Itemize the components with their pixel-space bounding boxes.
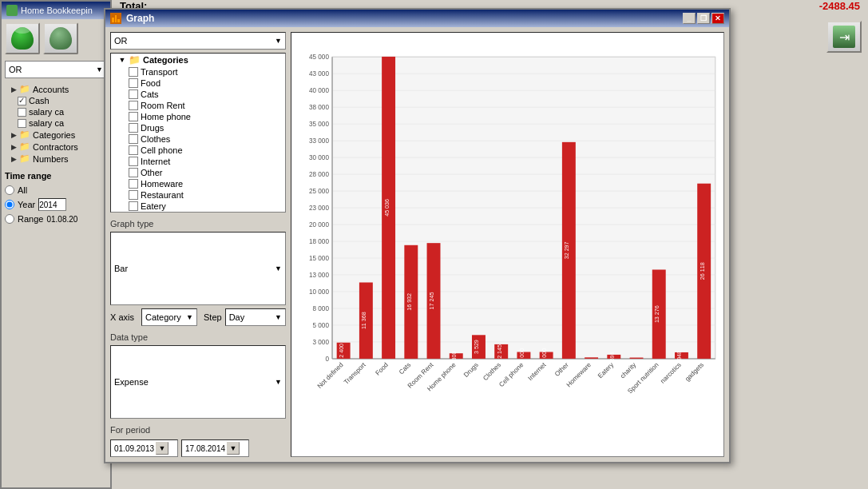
time-range-year[interactable]: Year: [5, 197, 107, 213]
exit-button[interactable]: ⇥: [826, 21, 862, 53]
year-radio[interactable]: [5, 200, 14, 209]
tree-checkbox[interactable]: [129, 112, 138, 121]
svg-text:40 000: 40 000: [309, 87, 329, 94]
svg-text:Drugs: Drugs: [462, 361, 480, 379]
svg-text:26 118: 26 118: [700, 262, 706, 280]
date-to-input[interactable]: 17.08.2014 ▼: [181, 439, 249, 457]
date-from-calendar-btn[interactable]: ▼: [156, 442, 168, 455]
time-range-all[interactable]: All: [5, 184, 107, 197]
range-radio[interactable]: [5, 214, 14, 224]
tree-checkbox[interactable]: [129, 123, 138, 133]
svg-text:800: 800: [451, 352, 458, 361]
add-button[interactable]: [5, 22, 40, 54]
dialog-restore-btn[interactable]: ❐: [697, 13, 710, 24]
tree-item-clothes[interactable]: Clothes: [111, 133, 285, 145]
data-type-dropdown[interactable]: Expense ▼: [110, 345, 286, 419]
svg-text:5 000: 5 000: [313, 322, 330, 329]
all-radio[interactable]: [5, 185, 14, 195]
svg-text:Internet: Internet: [527, 361, 548, 382]
svg-text:13 000: 13 000: [309, 272, 329, 279]
tree-checkbox[interactable]: [129, 179, 138, 189]
tree-item-transport[interactable]: Transport: [111, 66, 285, 78]
tree-numbers[interactable]: ▶ 📁 Numbers: [5, 153, 107, 165]
graph-type-dropdown[interactable]: Bar ▼: [110, 232, 286, 305]
tree-checkbox[interactable]: [129, 134, 138, 144]
svg-text:3 000: 3 000: [313, 339, 330, 346]
dialog-minimize-btn[interactable]: _: [683, 13, 696, 24]
tree-checkbox[interactable]: [129, 67, 138, 77]
time-range-range[interactable]: Range 01.08.20: [5, 213, 107, 225]
dialog-body: OR ▼ ▼ 📁 Categories TransportFoodCatsRoo…: [105, 27, 729, 462]
db-button[interactable]: [43, 22, 78, 54]
time-range-label: Time range: [5, 171, 107, 181]
main-app-titlebar: Home Bookkeepin: [2, 2, 110, 19]
tree-item-internet[interactable]: Internet: [111, 156, 285, 167]
or-dropdown-main[interactable]: OR ▼: [5, 61, 107, 78]
svg-text:45 036: 45 036: [384, 199, 390, 217]
graph-type-arrow: ▼: [275, 264, 282, 272]
root-folder-icon: 📁: [129, 54, 141, 66]
tree-checkbox[interactable]: [129, 168, 138, 177]
exit-icon: ⇥: [833, 26, 855, 48]
tree-categories[interactable]: ▶ 📁 Categories: [5, 129, 107, 141]
tree-checkbox[interactable]: [129, 101, 138, 110]
tree-root-node[interactable]: ▼ 📁 Categories: [111, 54, 285, 66]
salary2-checkbox[interactable]: [18, 119, 26, 128]
db-icon: [50, 27, 72, 50]
range-value: 01.08.20: [46, 215, 77, 224]
dialog-title-area: Graph: [110, 13, 154, 24]
date-to-calendar-btn[interactable]: ▼: [227, 442, 240, 455]
tree-item-home-phone[interactable]: Home phone: [111, 111, 285, 122]
tree-salary-1[interactable]: salary ca: [11, 106, 107, 117]
xaxis-dropdown[interactable]: Category ▼: [141, 308, 197, 326]
svg-text:Homeware: Homeware: [565, 361, 593, 389]
salary1-checkbox[interactable]: [18, 108, 26, 117]
step-dropdown[interactable]: Day ▼: [225, 308, 286, 326]
tree-cash[interactable]: Cash: [11, 95, 107, 106]
tree-accounts[interactable]: ▶ 📁 Accounts: [5, 83, 107, 95]
or-dropdown-graph[interactable]: OR ▼: [110, 32, 286, 50]
year-input[interactable]: [38, 198, 66, 211]
main-app-window: Home Bookkeepin OR ▼ ▶ 📁 Accounts: [0, 0, 112, 489]
date-from-input[interactable]: 01.09.2013 ▼: [110, 439, 178, 457]
tree-item-food[interactable]: Food: [111, 78, 285, 89]
tree-expand-btn[interactable]: ▼: [117, 55, 127, 65]
tree-item-cats[interactable]: Cats: [111, 89, 285, 100]
svg-text:32 297: 32 297: [564, 241, 570, 259]
svg-text:1 000: 1 000: [519, 348, 525, 363]
svg-text:35 000: 35 000: [309, 121, 329, 128]
tree-checkbox[interactable]: [129, 145, 138, 155]
svg-text:charity: charity: [619, 360, 638, 380]
svg-text:2 400: 2 400: [339, 344, 345, 358]
tree-item-homeware[interactable]: Homeware: [111, 178, 285, 189]
app-icon: [6, 5, 18, 16]
period-row: 01.09.2013 ▼ 17.08.2014 ▼: [110, 439, 286, 457]
tree-item-room-rent[interactable]: Room Rent: [111, 100, 285, 111]
tree-item-cell-phone[interactable]: Cell phone: [111, 145, 285, 156]
tree-item-other[interactable]: Other: [111, 167, 285, 178]
tree-checkbox[interactable]: [129, 157, 138, 166]
tree-item-restaurant[interactable]: Restaurant: [111, 189, 285, 201]
svg-text:Food: Food: [374, 361, 390, 377]
tree-item-drugs[interactable]: Drugs: [111, 122, 285, 133]
data-type-label: Data type: [110, 332, 286, 342]
svg-text:17 245: 17 245: [429, 292, 435, 310]
category-tree-panel[interactable]: ▼ 📁 Categories TransportFoodCatsRoom Ren…: [110, 53, 286, 213]
tree-checkbox[interactable]: [129, 201, 138, 211]
or-dropdown-arrow: ▼: [96, 66, 103, 74]
tree-contractors[interactable]: ▶ 📁 Contractors: [5, 141, 107, 153]
cash-checkbox[interactable]: [18, 97, 26, 105]
svg-text:narcotics: narcotics: [659, 361, 682, 384]
tree-checkbox[interactable]: [129, 78, 138, 88]
svg-text:Transport: Transport: [343, 361, 367, 386]
tree-salary-2[interactable]: salary ca: [11, 117, 107, 129]
tree-item-eatery[interactable]: Eatery: [111, 201, 285, 212]
dialog-close-btn[interactable]: ✕: [711, 13, 724, 24]
tree-checkbox[interactable]: [129, 89, 138, 99]
tree-items: TransportFoodCatsRoom RentHome phoneDrug…: [111, 66, 285, 212]
step-label: Step: [204, 312, 222, 322]
tree-checkbox[interactable]: [129, 190, 138, 200]
svg-text:28 000: 28 000: [309, 171, 329, 178]
svg-text:Not defined: Not defined: [316, 361, 345, 390]
svg-text:33 000: 33 000: [309, 137, 329, 145]
